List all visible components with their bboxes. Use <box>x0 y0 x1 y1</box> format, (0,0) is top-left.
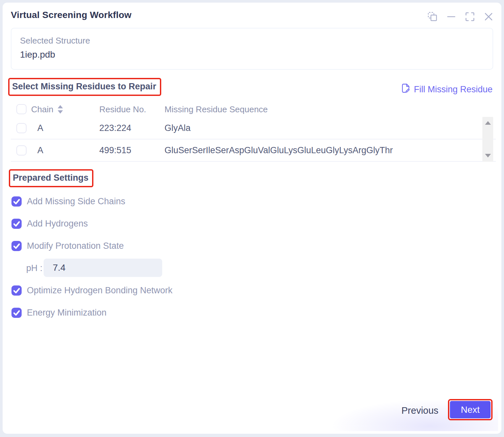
fill-missing-residue-link[interactable]: Fill Missing Residue <box>401 83 493 96</box>
cell-chain: A <box>37 139 43 161</box>
column-header-chain[interactable]: Chain <box>31 101 53 117</box>
chain-sort-icon[interactable] <box>57 104 63 114</box>
table-header-row: Chain Residue No. Missing Residue Sequen… <box>11 101 496 117</box>
cell-residue-no: 499:515 <box>99 139 131 161</box>
table-scrollbar[interactable] <box>482 117 493 162</box>
option-add-hydrogens: Add Hydrogens <box>11 219 88 229</box>
option-energy-minimization: Energy Minimization <box>11 308 107 318</box>
cell-residue-no: 223:224 <box>99 117 131 139</box>
maximize-icon[interactable] <box>464 11 475 22</box>
select-all-checkbox[interactable] <box>16 104 27 114</box>
checked-checkbox[interactable] <box>11 219 22 229</box>
virtual-screening-dialog: Virtual Screening Workflow <box>3 3 501 434</box>
missing-residues-table: Chain Residue No. Missing Residue Sequen… <box>11 101 496 162</box>
column-header-residue-no: Residue No. <box>99 101 146 117</box>
duplicate-window-icon[interactable] <box>427 11 438 22</box>
option-optimize-hydrogen-bonding: Optimize Hydrogen Bonding Network <box>11 285 172 296</box>
window-controls <box>427 11 494 22</box>
cell-sequence: GlyAla <box>165 117 191 139</box>
option-label: Add Missing Side Chains <box>27 196 125 207</box>
checked-checkbox[interactable] <box>11 308 22 318</box>
row-checkbox[interactable] <box>16 123 27 133</box>
sort-asc-icon <box>58 105 63 108</box>
cell-sequence: GluSerSerIleSerAspGluValGluLysGluLeuGlyL… <box>165 139 393 161</box>
option-label: Add Hydrogens <box>27 219 88 229</box>
column-header-sequence: Missing Residue Sequence <box>165 101 268 117</box>
cell-chain: A <box>37 117 43 139</box>
selected-structure-box: Selected Structure 1iep.pdb <box>11 28 493 70</box>
option-label: Modify Protonation State <box>27 241 124 251</box>
previous-button[interactable]: Previous <box>397 403 443 418</box>
ph-label: pH : <box>26 263 43 273</box>
row-checkbox[interactable] <box>16 145 27 155</box>
selected-structure-value: 1iep.pdb <box>20 49 55 60</box>
scroll-up-icon[interactable] <box>485 121 491 125</box>
ph-input[interactable] <box>44 259 162 277</box>
option-label: Energy Minimization <box>27 308 107 318</box>
sort-desc-icon <box>58 110 63 114</box>
annotation-box-settings-heading: Prepared Settings <box>9 169 93 187</box>
option-modify-protonation-state: Modify Protonation State <box>11 241 124 251</box>
dialog-title: Virtual Screening Workflow <box>11 10 131 20</box>
residues-section-heading: Select Missing Residues to Repair <box>12 82 156 92</box>
checked-checkbox[interactable] <box>11 241 22 251</box>
option-label: Optimize Hydrogen Bonding Network <box>27 285 172 296</box>
fill-missing-residue-label: Fill Missing Residue <box>414 84 493 95</box>
close-icon[interactable] <box>483 11 494 22</box>
annotation-box-next-button: Next <box>448 399 493 420</box>
option-add-missing-side-chains: Add Missing Side Chains <box>11 196 125 207</box>
scroll-down-icon[interactable] <box>485 154 491 157</box>
selected-structure-label: Selected Structure <box>20 36 90 46</box>
next-button[interactable]: Next <box>450 401 491 418</box>
settings-section-heading: Prepared Settings <box>13 173 88 183</box>
checked-checkbox[interactable] <box>11 285 22 296</box>
minimize-icon[interactable] <box>446 11 457 22</box>
table-row: A 499:515 GluSerSerIleSerAspGluValGluLys… <box>11 139 496 162</box>
table-row: A 223:224 GlyAla <box>11 117 496 139</box>
fill-missing-residue-icon <box>401 83 410 96</box>
annotation-box-residues-heading: Select Missing Residues to Repair <box>8 78 161 96</box>
checked-checkbox[interactable] <box>11 196 22 207</box>
